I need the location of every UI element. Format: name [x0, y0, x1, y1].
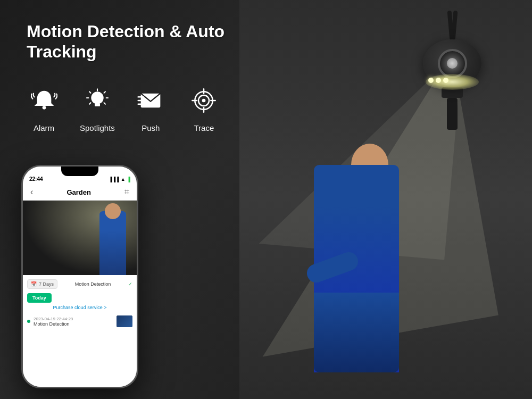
- phone-event-info: 2023-04-19 22:44:28 Motion Detection: [34, 317, 113, 327]
- phone-notch: [61, 167, 98, 176]
- alarm-icon-container: [27, 84, 61, 118]
- svg-line-5: [89, 92, 91, 94]
- phone-nav-bar: ‹ Garden ⌗: [23, 184, 137, 201]
- spotlights-label: Spotlights: [80, 123, 115, 132]
- trace-label: Trace: [194, 123, 214, 132]
- main-content: Motion Detection & Auto Tracking: [0, 0, 266, 180]
- phone-event-thumbnail: [117, 315, 132, 327]
- phone-days-badge[interactable]: 📅 7 Days: [27, 279, 57, 289]
- phone-video-preview: [23, 201, 137, 275]
- email-icon: [137, 87, 164, 114]
- phone-mockup: 22:44 ▐▐▐ ▲ ▐ ‹ Garden ⌗: [21, 165, 138, 388]
- person-figure: [303, 144, 399, 372]
- page-title: Motion Detection & Auto Tracking: [27, 21, 239, 62]
- svg-line-9: [89, 103, 91, 104]
- camera-wall-mount: [447, 98, 458, 130]
- phone-video-person-figure: [99, 211, 126, 275]
- phone-cloud-service-link[interactable]: Purchase cloud service >: [27, 305, 132, 310]
- phone-back-button[interactable]: ‹: [30, 187, 33, 197]
- svg-point-0: [42, 106, 46, 110]
- camera-device: [415, 11, 489, 130]
- feature-spotlights: Spotlights: [80, 84, 115, 132]
- phone-event-type: Motion Detection: [34, 321, 113, 327]
- spotlights-icon-container: [80, 84, 114, 118]
- push-label: Push: [142, 123, 160, 132]
- phone-screen: 22:44 ▐▐▐ ▲ ▐ ‹ Garden ⌗: [23, 167, 137, 387]
- phone-today-button[interactable]: Today: [27, 293, 52, 303]
- phone-event-row: 2023-04-19 22:44:28 Motion Detection: [27, 313, 132, 329]
- target-icon: [190, 87, 217, 114]
- phone-status-bar: 22:44 ▐▐▐ ▲ ▐: [23, 167, 137, 184]
- phone-event-timestamp: 2023-04-19 22:44:28: [34, 317, 113, 321]
- push-icon-container: [134, 84, 168, 118]
- feature-push: Push: [134, 84, 168, 132]
- feature-trace: Trace: [187, 84, 221, 132]
- trace-icon-container: [187, 84, 221, 118]
- phone-time: 22:44: [29, 176, 43, 182]
- svg-line-6: [104, 92, 105, 94]
- alarm-label: Alarm: [34, 123, 54, 132]
- phone-timeline-header: 📅 7 Days Motion Detection ✓: [27, 279, 132, 289]
- phone-app-title: Garden: [66, 188, 91, 196]
- phone-status-icons: ▐▐▐ ▲ ▐: [109, 177, 130, 182]
- feature-alarm: Alarm: [27, 84, 61, 132]
- svg-rect-3: [95, 105, 100, 107]
- person-arm: [304, 250, 361, 285]
- phone-bottom-section: 📅 7 Days Motion Detection ✓ Today Purcha…: [23, 275, 137, 387]
- lightbulb-icon: [84, 87, 111, 114]
- phone-motion-detection-label: Motion Detection: [75, 281, 111, 287]
- phone-edit-button[interactable]: ⌗: [124, 187, 129, 197]
- svg-point-17: [202, 99, 206, 103]
- person-body: [314, 165, 399, 372]
- svg-line-10: [104, 103, 105, 104]
- svg-point-1: [91, 92, 103, 104]
- bell-icon: [31, 87, 57, 114]
- phone-event-indicator: [27, 320, 30, 323]
- phone-days-label: 7 Days: [39, 281, 54, 287]
- features-row: Alarm Spotligh: [27, 84, 239, 132]
- camera-body: [423, 39, 481, 87]
